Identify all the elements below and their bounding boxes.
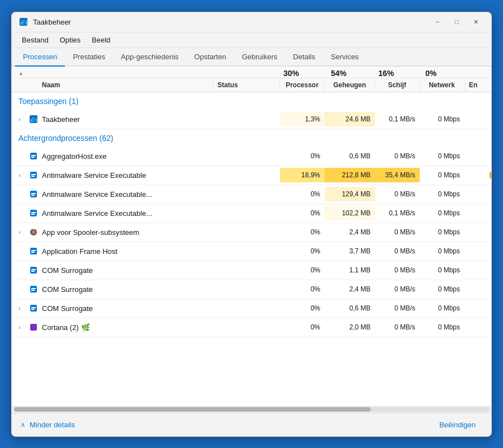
row-spooler[interactable]: › App voor Spooler-subsysteem 0% 2,4 MB … (12, 223, 491, 242)
en-antimalware-3 (464, 210, 491, 216)
tab-appgeschiedenis[interactable]: App-geschiedenis (113, 48, 186, 67)
disk-taakbeheer: 0,1 MB/s (375, 112, 420, 126)
row-comsurrogate-2[interactable]: COM Surrogate 0% 2,4 MB 0 MB/s 0 Mbps (12, 280, 491, 299)
disk-antimalware-2: 0 MB/s (375, 187, 420, 201)
status-comsurrogate-1 (213, 267, 280, 273)
tab-opstarten[interactable]: Opstarten (187, 48, 234, 67)
close-button[interactable]: ✕ (467, 14, 485, 30)
row-cortana[interactable]: › Cortana (2) 🌿 0% 2,0 MB 0 MB/s 0 Mbps (12, 318, 491, 337)
menu-bestand[interactable]: Bestand (16, 34, 54, 46)
net-percent: 0% (425, 69, 436, 78)
disk-cortana: 0 MB/s (375, 320, 420, 334)
mem-comsurrogate-3: 0,6 MB (325, 301, 375, 315)
expand-spooler[interactable]: › (12, 229, 27, 235)
mem-percent: 54% (331, 69, 347, 78)
name-aggregatorhost: AggregatorHost.exe (40, 149, 213, 164)
status-antimalware-2 (213, 191, 280, 197)
row-antimalware-3[interactable]: Antimalware Service Executable... 0% 102… (12, 204, 491, 223)
expand-cortana[interactable]: › (12, 324, 27, 331)
minimize-button[interactable]: − (429, 14, 447, 30)
name-taakbeheer: Taakbeheer (40, 112, 213, 127)
row-antimalware-2[interactable]: Antimalware Service Executable... 0% 129… (12, 185, 491, 204)
col-header-cpu[interactable]: Processor (280, 78, 325, 92)
col-header-status[interactable]: Status (213, 78, 280, 92)
net-spooler: 0 Mbps (420, 225, 464, 239)
net-antimalware-3: 0 Mbps (420, 206, 464, 220)
col-header-net[interactable]: Netwerk (420, 78, 464, 92)
row-taakbeheer[interactable]: › Taakbeheer 1,3% 24,6 MB (12, 110, 491, 129)
name-antimalware-3: Antimalware Service Executable... (40, 206, 213, 221)
svg-rect-30 (31, 271, 35, 272)
row-comsurrogate-3[interactable]: › COM Surrogate 0% 0,6 MB 0 MB/s 0 Mbps (12, 299, 491, 318)
svg-rect-11 (31, 155, 36, 156)
svg-rect-29 (31, 269, 36, 270)
tab-services[interactable]: Services (323, 48, 367, 67)
scrollbar-track[interactable] (14, 407, 489, 412)
col-header-disk[interactable]: Schijf (375, 78, 420, 92)
col-header-name[interactable]: Naam (40, 78, 213, 92)
tab-details[interactable]: Details (285, 48, 323, 67)
name-appframehost: Application Frame Host (40, 244, 213, 259)
icon-antimalware-main (27, 171, 40, 180)
svg-rect-8 (34, 116, 35, 122)
disk-antimalware-3: 0,1 MB/s (375, 206, 420, 220)
net-cortana: 0 Mbps (420, 320, 464, 334)
svg-rect-3 (24, 19, 25, 25)
mem-comsurrogate-1: 1,1 MB (325, 263, 375, 277)
en-antimalware-main (464, 172, 491, 178)
icon-taakbeheer (27, 115, 40, 124)
col-header-mem[interactable]: Geheugen (325, 78, 375, 92)
section-toepassingen: Toepassingen (1) (12, 92, 491, 110)
svg-rect-7 (32, 117, 34, 122)
title-bar: Taakbeheer − □ ✕ (12, 12, 491, 32)
cpu-antimalware-main: 18,9% (280, 168, 325, 182)
status-cortana (213, 324, 280, 331)
svg-rect-35 (31, 307, 36, 308)
chevron-down-icon: ∧ (21, 421, 25, 428)
expand-comsurrogate-3[interactable]: › (12, 305, 27, 312)
mem-appframehost: 3,7 MB (325, 244, 375, 258)
less-details-button[interactable]: ∧ Minder details (21, 421, 75, 429)
menu-bar: Bestand Opties Beeld (12, 32, 491, 48)
horizontal-scrollbar[interactable] (12, 406, 491, 413)
name-antimalware-main: Antimalware Service Executable (40, 168, 213, 183)
svg-rect-26 (31, 250, 36, 251)
cpu-antimalware-2: 0% (280, 187, 325, 201)
expand-antimalware-main[interactable]: › (12, 172, 27, 178)
menu-opties[interactable]: Opties (54, 34, 87, 46)
process-table: ▲ 30% 54% 16% 0% (12, 67, 491, 413)
net-antimalware-2: 0 Mbps (420, 187, 464, 201)
menu-beeld[interactable]: Beeld (86, 34, 116, 46)
en-taakbeheer (464, 116, 491, 122)
row-antimalware-main[interactable]: › Antimalware Service Executable 18,9% 2… (12, 166, 491, 185)
svg-rect-36 (31, 309, 35, 310)
scrollbar-thumb[interactable] (14, 407, 371, 412)
row-comsurrogate-1[interactable]: COM Surrogate 0% 1,1 MB 0 MB/s 0 Mbps (12, 261, 491, 280)
row-aggregatorhost[interactable]: AggregatorHost.exe 0% 0,6 MB 0 MB/s 0 Mb… (12, 147, 491, 166)
tab-processen[interactable]: Processen (15, 48, 65, 67)
mem-spooler: 2,4 MB (325, 225, 375, 239)
net-comsurrogate-2: 0 Mbps (420, 282, 464, 296)
disk-percent: 16% (378, 69, 394, 78)
footer-bar: ∧ Minder details Beëindigen (12, 413, 491, 436)
maximize-button[interactable]: □ (448, 14, 466, 30)
tab-gebruikers[interactable]: Gebruikers (234, 48, 286, 67)
window-controls: − □ ✕ (429, 14, 485, 30)
tab-prestaties[interactable]: Prestaties (65, 48, 113, 67)
svg-rect-33 (31, 290, 35, 291)
status-antimalware-main (213, 172, 280, 178)
status-taakbeheer (213, 116, 280, 122)
icon-aggregatorhost (27, 152, 40, 161)
disk-comsurrogate-1: 0 MB/s (375, 263, 420, 277)
svg-rect-15 (31, 176, 35, 177)
net-comsurrogate-3: 0 Mbps (420, 301, 464, 315)
en-cortana (464, 324, 491, 331)
row-appframehost[interactable]: Application Frame Host 0% 3,7 MB 0 MB/s … (12, 242, 491, 261)
en-appframehost (464, 248, 491, 254)
end-task-button[interactable]: Beëindigen (433, 417, 482, 432)
col-header-en[interactable]: En (464, 78, 491, 92)
expand-taakbeheer[interactable]: › (12, 116, 27, 122)
name-comsurrogate-3: COM Surrogate (40, 301, 213, 316)
en-spooler (464, 229, 491, 235)
cpu-antimalware-3: 0% (280, 206, 325, 220)
